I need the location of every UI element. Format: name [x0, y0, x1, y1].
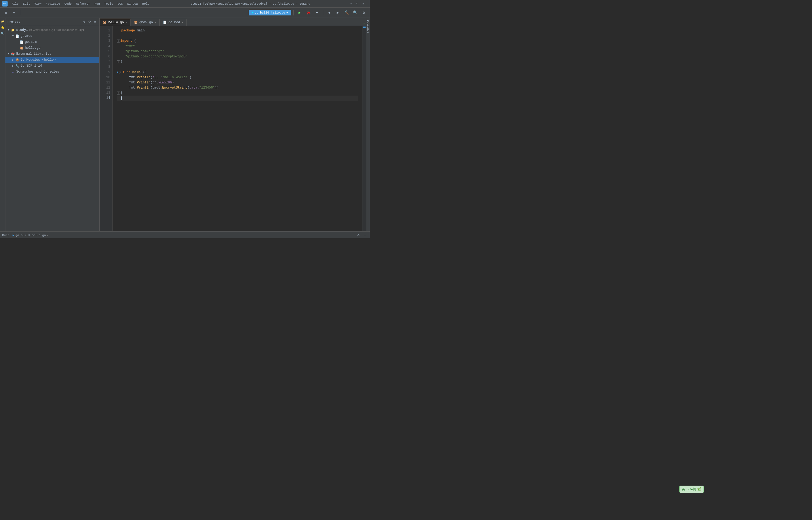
code-line-11: ▶ fmt.Println(gf.VERSION) [117, 80, 358, 85]
tab-gomod[interactable]: 📄 go.mod ✕ [160, 19, 187, 26]
coverage-button[interactable]: ☂ [313, 9, 321, 17]
run-button[interactable]: ▶ [296, 9, 303, 17]
close-panel-icon[interactable]: ✕ [93, 20, 97, 24]
tab-gomod-close[interactable]: ✕ [181, 21, 183, 24]
menu-help[interactable]: Help [140, 2, 151, 6]
bookmark-icon[interactable]: ⭐ [0, 25, 5, 30]
code-line-14: ▶ [117, 96, 358, 101]
right-gutter [362, 26, 366, 231]
project-icon[interactable]: 📁 [0, 19, 5, 24]
run-gutter-9[interactable]: ▶ [117, 70, 118, 75]
tab-hellogo-close[interactable]: ✕ [125, 21, 127, 24]
dot2-11: . [157, 80, 158, 85]
fold-14: ▶ [117, 97, 121, 100]
main-parens: (){ [140, 70, 146, 75]
toolbar-icon-1[interactable]: ⊞ [2, 9, 10, 17]
gosum-label: go.sum [25, 40, 36, 44]
bottom-settings-icon[interactable]: ⚙ [356, 233, 361, 238]
run-tab-label: go build hello.go [16, 234, 46, 237]
kw-func: func [122, 70, 131, 75]
main-toolbar: ⊞ ≡ ▶ go build hello.go ▼ ▶ 🐞 ☂ ◀ ▶ 🔨 🔍 … [0, 7, 370, 18]
paren-12a: ( [150, 85, 152, 90]
toolbar-sep-1 [20, 10, 20, 16]
editor-content[interactable]: 1 2 3 4 5 6 7 8 9 10 11 12 13 14 ▶ packa… [100, 26, 366, 231]
line-numbers: 1 2 3 4 5 6 7 8 9 10 11 12 13 14 [100, 26, 113, 231]
str-123456: "123456" [199, 85, 215, 90]
indent-10 [121, 75, 129, 80]
build-button[interactable]: 🔨 [343, 9, 350, 17]
fold-13: △ [117, 92, 120, 95]
fold-7: △ [117, 60, 120, 63]
find-icon[interactable]: 🔍 [0, 31, 5, 36]
menu-refactor[interactable]: Refactor [74, 2, 92, 6]
paren-12b: ( [188, 85, 190, 90]
toggle-go-modules[interactable]: ▶ [11, 58, 15, 62]
close-12: )) [215, 85, 219, 90]
toolbar-icon-2[interactable]: ≡ [10, 9, 18, 17]
forward-button[interactable]: ▶ [334, 9, 342, 17]
tree-item-go-modules[interactable]: ▶ 📦 Go Modules <hello> [5, 57, 99, 63]
tree-item-external-libs[interactable]: ▼ 📚 External Libraries [5, 51, 99, 57]
brace-close: } [120, 90, 122, 96]
menu-edit[interactable]: Edit [21, 2, 32, 6]
code-area[interactable]: ▶ package main ▽ import ( ▶ "fmt" ▶ [113, 26, 362, 231]
main-content: 📁 ⭐ 🔍 Project ⚙ ⟳ ✕ ▼ 📁 study1 D:\worksp… [0, 18, 370, 231]
settings-icon[interactable]: ⚙ [360, 9, 368, 17]
pkg-fmt-10: fmt [129, 75, 135, 80]
run-tab-close[interactable]: ✕ [47, 234, 49, 237]
tree-item-hellogo[interactable]: ▶ 🐹 hello.go [5, 45, 99, 51]
bottom-minimize-icon[interactable]: — [362, 233, 368, 238]
run-config-label: go build hello.go [255, 11, 285, 15]
menu-code[interactable]: Code [62, 2, 74, 6]
menu-vcs[interactable]: VCS [115, 2, 125, 6]
debug-button[interactable]: 🐞 [305, 9, 312, 17]
run-config-dropdown[interactable]: ▶ go build hello.go ▼ [249, 10, 291, 16]
window-title: study1 [D:\workspaces\go_workspaces\stud… [151, 2, 349, 5]
search-button[interactable]: 🔍 [351, 9, 359, 17]
run-tab[interactable]: ▶ go build hello.go ✕ [10, 232, 51, 238]
code-line-5: ▶ "github.com/gogf/gf" [117, 49, 358, 54]
line-num-8: 8 [100, 64, 110, 70]
project-tree: ▼ 📁 study1 D:\workspaces\go_workspaces\s… [5, 26, 99, 231]
back-button[interactable]: ◀ [325, 9, 333, 17]
fold-12: ▶ [117, 86, 121, 90]
tree-item-study1[interactable]: ▼ 📁 study1 D:\workspaces\go_workspaces\s… [5, 27, 99, 33]
toggle-external[interactable]: ▼ [6, 52, 11, 56]
tab-gmd5-close[interactable]: ✕ [155, 21, 156, 24]
run-config-icon: ▶ [252, 11, 254, 15]
study1-label: study1 [16, 28, 28, 32]
menu-navigate[interactable]: Navigate [44, 2, 62, 6]
fold-3[interactable]: ▽ [117, 40, 120, 43]
toggle-study1[interactable]: ▼ [6, 28, 11, 32]
menu-tools[interactable]: Tools [102, 2, 115, 6]
tree-item-gosum[interactable]: ▶ 📄 go.sum [5, 39, 99, 45]
tree-item-gomod[interactable]: ▼ 📄 go.mod [5, 33, 99, 39]
sync-icon[interactable]: ⟳ [87, 20, 92, 24]
import-gmd5: "github.com/gogf/gf/crypto/gmd5" [121, 54, 188, 59]
menu-file[interactable]: File [9, 2, 21, 6]
project-header: Project ⚙ ⟳ ✕ [5, 18, 99, 26]
maximize-button[interactable]: □ [355, 2, 359, 6]
minimize-button[interactable]: — [349, 2, 354, 6]
colon-10: : [160, 75, 162, 80]
tab-gomod-label: go.mod [168, 21, 180, 24]
code-line-8 [117, 64, 358, 70]
database-label[interactable]: Database [366, 18, 369, 35]
toggle-go-sdk[interactable]: ▶ [11, 63, 15, 68]
tree-item-go-sdk[interactable]: ▶ 🔧 Go SDK 1.14 [5, 63, 99, 69]
toggle-gomod[interactable]: ▼ [11, 34, 15, 38]
tree-item-scratches[interactable]: ▶ ✏ Scratches and Consoles [5, 69, 99, 75]
tab-hellogo[interactable]: 🐹 hello.go ✕ [100, 19, 131, 26]
fold-9[interactable]: ▽ [119, 71, 122, 74]
close-button[interactable]: ✕ [361, 2, 365, 6]
code-line-6: ▶ "github.com/gogf/gf/crypto/gmd5" [117, 54, 358, 59]
tab-gmd5go[interactable]: 🐹 gmd5.go ✕ [131, 19, 160, 26]
menu-run[interactable]: Run [92, 2, 102, 6]
settings-gear-icon[interactable]: ⚙ [82, 20, 86, 24]
menu-view[interactable]: View [32, 2, 44, 6]
line-num-1: 1 [100, 28, 110, 33]
menu-window[interactable]: Window [125, 2, 140, 6]
code-line-7: △ ) [117, 59, 358, 64]
fold-5: ▶ [117, 50, 121, 53]
fn-println-12: Println [137, 85, 150, 90]
